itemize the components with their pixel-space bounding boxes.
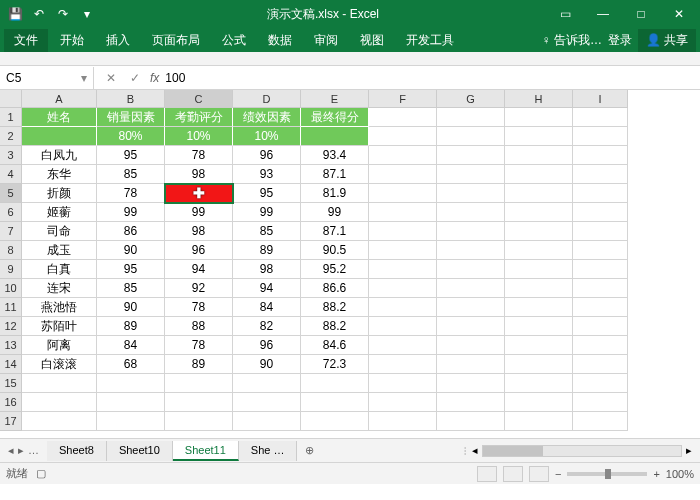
row-header-16[interactable]: 16	[0, 393, 22, 412]
macro-record-icon[interactable]: ▢	[36, 467, 46, 480]
tab-insert[interactable]: 插入	[96, 29, 140, 52]
cell-C8[interactable]: 96	[165, 241, 233, 260]
cell-C7[interactable]: 98	[165, 222, 233, 241]
cell-A2[interactable]	[22, 127, 97, 146]
cell-G5[interactable]	[437, 184, 505, 203]
tab-home[interactable]: 开始	[50, 29, 94, 52]
cell-C4[interactable]: 98	[165, 165, 233, 184]
cell-I5[interactable]	[573, 184, 628, 203]
minimize-icon[interactable]: —	[586, 3, 620, 25]
cell-G12[interactable]	[437, 317, 505, 336]
cell-H2[interactable]	[505, 127, 573, 146]
cell-G6[interactable]	[437, 203, 505, 222]
cell-A11[interactable]: 燕池悟	[22, 298, 97, 317]
zoom-value[interactable]: 100%	[666, 468, 694, 480]
cell-B9[interactable]: 95	[97, 260, 165, 279]
col-header-A[interactable]: A	[22, 90, 97, 108]
cell-B4[interactable]: 85	[97, 165, 165, 184]
cell-I4[interactable]	[573, 165, 628, 184]
cell-E11[interactable]: 88.2	[301, 298, 369, 317]
cell-E10[interactable]: 86.6	[301, 279, 369, 298]
name-box[interactable]: C5 ▾	[0, 67, 94, 89]
sheet-tab-Sheet8[interactable]: Sheet8	[47, 441, 107, 461]
cell-F13[interactable]	[369, 336, 437, 355]
tab-review[interactable]: 审阅	[304, 29, 348, 52]
cell-B11[interactable]: 90	[97, 298, 165, 317]
cell-E1[interactable]: 最终得分	[301, 108, 369, 127]
cell-H12[interactable]	[505, 317, 573, 336]
cell-H6[interactable]	[505, 203, 573, 222]
cell-I8[interactable]	[573, 241, 628, 260]
cell-C6[interactable]: 99	[165, 203, 233, 222]
tab-layout[interactable]: 页面布局	[142, 29, 210, 52]
row-header-1[interactable]: 1	[0, 108, 22, 127]
cell-I6[interactable]	[573, 203, 628, 222]
row-header-3[interactable]: 3	[0, 146, 22, 165]
login-link[interactable]: 登录	[608, 32, 632, 49]
cell-G2[interactable]	[437, 127, 505, 146]
cell-H3[interactable]	[505, 146, 573, 165]
cell-D10[interactable]: 94	[233, 279, 301, 298]
col-header-D[interactable]: D	[233, 90, 301, 108]
cell-E5[interactable]: 81.9	[301, 184, 369, 203]
cell-I12[interactable]	[573, 317, 628, 336]
cell-C10[interactable]: 92	[165, 279, 233, 298]
col-header-H[interactable]: H	[505, 90, 573, 108]
fx-icon[interactable]: fx	[150, 71, 159, 85]
cell-C15[interactable]	[165, 374, 233, 393]
tell-me[interactable]: ♀ 告诉我…	[542, 32, 602, 49]
cell-D3[interactable]: 96	[233, 146, 301, 165]
cell-G7[interactable]	[437, 222, 505, 241]
cell-E4[interactable]: 87.1	[301, 165, 369, 184]
row-header-2[interactable]: 2	[0, 127, 22, 146]
cell-A10[interactable]: 连宋	[22, 279, 97, 298]
cell-C9[interactable]: 94	[165, 260, 233, 279]
close-icon[interactable]: ✕	[662, 3, 696, 25]
cell-H16[interactable]	[505, 393, 573, 412]
row-header-4[interactable]: 4	[0, 165, 22, 184]
cell-F2[interactable]	[369, 127, 437, 146]
qat-dropdown-icon[interactable]: ▾	[76, 3, 98, 25]
cell-H5[interactable]	[505, 184, 573, 203]
col-header-F[interactable]: F	[369, 90, 437, 108]
cell-B8[interactable]: 90	[97, 241, 165, 260]
zoom-in-icon[interactable]: +	[653, 468, 659, 480]
view-pagebreak-icon[interactable]	[529, 466, 549, 482]
cell-B3[interactable]: 95	[97, 146, 165, 165]
cell-C1[interactable]: 考勤评分	[165, 108, 233, 127]
cell-G4[interactable]	[437, 165, 505, 184]
row-header-8[interactable]: 8	[0, 241, 22, 260]
cell-F4[interactable]	[369, 165, 437, 184]
zoom-slider[interactable]	[567, 472, 647, 476]
cell-A6[interactable]: 姬蘅	[22, 203, 97, 222]
cell-H9[interactable]	[505, 260, 573, 279]
cell-I1[interactable]	[573, 108, 628, 127]
cell-F10[interactable]	[369, 279, 437, 298]
row-header-14[interactable]: 14	[0, 355, 22, 374]
cell-E17[interactable]	[301, 412, 369, 431]
cell-H10[interactable]	[505, 279, 573, 298]
col-header-C[interactable]: C	[165, 90, 233, 108]
cell-C11[interactable]: 78	[165, 298, 233, 317]
cell-I15[interactable]	[573, 374, 628, 393]
save-icon[interactable]: 💾	[4, 3, 26, 25]
cell-E14[interactable]: 72.3	[301, 355, 369, 374]
cell-E16[interactable]	[301, 393, 369, 412]
cell-I14[interactable]	[573, 355, 628, 374]
horizontal-scrollbar[interactable]	[482, 445, 682, 457]
hscroll-right-icon[interactable]: ▸	[686, 444, 692, 457]
row-header-12[interactable]: 12	[0, 317, 22, 336]
tab-view[interactable]: 视图	[350, 29, 394, 52]
cell-H11[interactable]	[505, 298, 573, 317]
accept-formula-icon[interactable]: ✓	[126, 71, 144, 85]
cell-C5[interactable]: ✚	[165, 184, 233, 203]
cell-A4[interactable]: 东华	[22, 165, 97, 184]
cell-F15[interactable]	[369, 374, 437, 393]
cell-E3[interactable]: 93.4	[301, 146, 369, 165]
tab-data[interactable]: 数据	[258, 29, 302, 52]
tab-formulas[interactable]: 公式	[212, 29, 256, 52]
cell-C17[interactable]	[165, 412, 233, 431]
cell-I13[interactable]	[573, 336, 628, 355]
tab-nav-prev-icon[interactable]: ◂	[8, 444, 14, 457]
cell-G16[interactable]	[437, 393, 505, 412]
